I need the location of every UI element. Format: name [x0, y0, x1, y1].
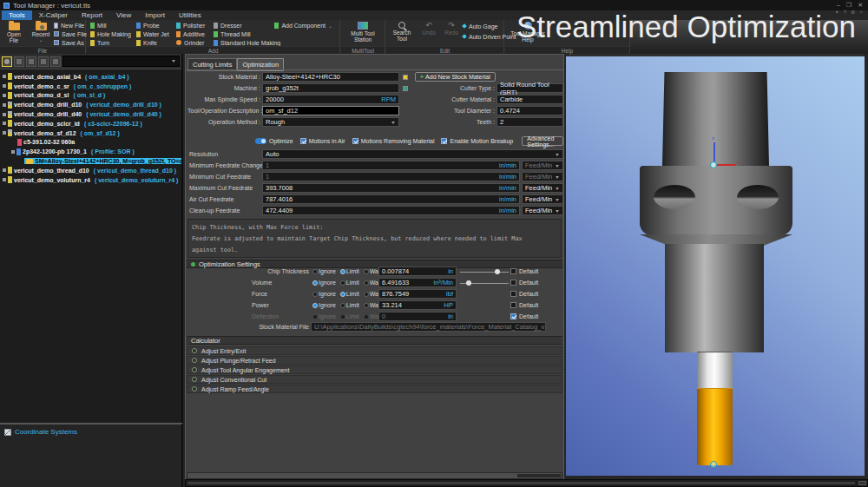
feedrate-mode-select[interactable]: Feed/Min	[522, 194, 563, 204]
undo-button[interactable]: ↶ Undo	[418, 21, 440, 36]
default-checkbox[interactable]: Default	[510, 313, 538, 319]
help-icon[interactable]: ?	[844, 10, 846, 16]
feedrate-mode-select[interactable]: Feed/Min	[522, 183, 563, 193]
adjust-plunge-retract-feed-row[interactable]: Adjust Plunge/Retract Feed	[187, 356, 562, 365]
ignore-radio[interactable]: Ignore	[312, 291, 336, 297]
coordinate-systems-item[interactable]: Coordinate Systems	[0, 424, 181, 439]
additive-button[interactable]: Additive	[176, 30, 214, 37]
multi-tool-station-button[interactable]: Multi Tool Station	[345, 20, 380, 43]
pin-icon[interactable]: ✦	[835, 10, 839, 16]
tree-item[interactable]: vericut_demo_d_sl( om_sl_d )	[0, 91, 181, 101]
collapse-ribbon-icon[interactable]: ˄	[859, 10, 863, 16]
tool-3d-viewport[interactable]: z x	[566, 54, 865, 476]
slider-knob[interactable]	[466, 280, 471, 286]
expand-icon[interactable]	[3, 113, 6, 116]
default-checkbox[interactable]: Default	[510, 280, 538, 286]
ignore-radio[interactable]: Ignore	[312, 313, 336, 319]
motions-in-air-checkbox[interactable]: Motions in Air	[300, 138, 345, 144]
recent-button[interactable]: Recent ⌄	[29, 21, 53, 43]
adjust-ramp-feed-angle-row[interactable]: Adjust Ramp Feed/Angle	[187, 385, 562, 393]
chip-thickness-field[interactable]: 0.007874in	[378, 267, 457, 276]
menu-tools[interactable]: Tools	[2, 10, 32, 20]
expand-icon[interactable]	[3, 94, 6, 97]
close-icon[interactable]: ✕	[858, 2, 863, 9]
new-file-button[interactable]: New File	[54, 22, 87, 29]
minimum-feedrate-change-field[interactable]: 1in/min	[262, 161, 520, 170]
default-checkbox[interactable]: Default	[510, 291, 538, 297]
advanced-settings-button[interactable]: Advanced Settings...	[522, 136, 563, 146]
tree-item[interactable]: vericut_demo_drill_d10( vericut_demo_dri…	[0, 100, 181, 109]
chip-thickness-slider[interactable]	[460, 272, 509, 273]
maximize-icon[interactable]: ❐	[846, 2, 852, 9]
panel-horizontal-scrollbar[interactable]	[187, 472, 562, 479]
tree-view-icon-1[interactable]	[14, 56, 24, 67]
menu-report[interactable]: Report	[75, 10, 109, 20]
tool-diameter-field[interactable]: 0.4724	[496, 106, 563, 115]
water-jet-button[interactable]: Water Jet	[136, 30, 176, 37]
open-file-button[interactable]: Open File	[2, 21, 26, 43]
menu-view[interactable]: View	[109, 10, 138, 20]
air-cut-feedrate-field[interactable]: 787.4016in/min	[262, 194, 520, 204]
tree-item[interactable]: vericut_demo_drill_d40( vericut_demo_dri…	[0, 109, 181, 119]
expand-icon[interactable]	[11, 150, 15, 154]
tree-view-icon-3[interactable]	[38, 56, 49, 67]
limit-radio[interactable]: Limit	[340, 268, 359, 274]
hole-making-button[interactable]: Hole Making	[90, 30, 136, 37]
add-component-button[interactable]: Add Component ⌄	[274, 23, 332, 29]
tree-item[interactable]: c5-391.02-32 060a	[0, 138, 181, 148]
tree-item[interactable]: vericut_demo_c_sr( om_c_schruppen )	[0, 82, 181, 91]
force-field[interactable]: 876.7549lbf	[378, 289, 457, 299]
scrollbar-thumb[interactable]	[517, 474, 561, 477]
window-horizontal-scrollbar[interactable]	[185, 479, 868, 487]
add-new-stock-material-button[interactable]: + Add New Stock Material	[415, 72, 496, 82]
deflection-field[interactable]: 0in	[378, 312, 457, 321]
cutter-type-field[interactable]: Solid Round Tool (SRT)	[496, 83, 563, 93]
feedrate-mode-select[interactable]: Feed/Min	[522, 206, 563, 215]
clean-up-feedrate-field[interactable]: 472.4409in/min	[262, 206, 520, 215]
expand-icon[interactable]	[3, 84, 6, 88]
expand-icon[interactable]	[3, 131, 6, 135]
probe-button[interactable]: Probe	[136, 22, 176, 29]
machine-field[interactable]: grob_g352t	[262, 83, 399, 93]
adjust-conventional-cut-row[interactable]: Adjust Conventional Cut	[187, 375, 562, 384]
enable-motion-breakup-checkbox[interactable]: Enable Motion Breakup	[441, 138, 513, 144]
cutter-material-field[interactable]: Carbide	[496, 95, 563, 104]
turn-button[interactable]: Turn	[90, 39, 136, 46]
max-spindle-speed-field[interactable]: 20000RPM	[262, 95, 399, 104]
feedrate-mode-select[interactable]: Feed/Min	[522, 172, 563, 181]
standard-hole-making-button[interactable]: Standard Hole Making	[214, 39, 280, 46]
maximum-cut-feedrate-field[interactable]: 393.7008in/min	[262, 183, 520, 193]
expand-icon[interactable]	[3, 168, 6, 172]
ignore-radio[interactable]: Ignore	[312, 302, 336, 308]
polisher-button[interactable]: Polisher	[176, 22, 214, 29]
thread-mill-button[interactable]: Thread Mill	[214, 30, 251, 37]
adjust-tool-angular-engagement-row[interactable]: Adjust Tool Angular Engagement	[187, 365, 562, 374]
mill-button[interactable]: Mill	[90, 22, 136, 29]
teeth-field[interactable]: 2	[496, 117, 563, 127]
motions-removing-material-checkbox[interactable]: Motions Removing Material	[352, 138, 435, 144]
operation-method-select[interactable]: Rough	[262, 117, 399, 127]
save-file-button[interactable]: Save File	[54, 30, 87, 37]
tree-search-combobox[interactable]	[62, 56, 180, 67]
save-as-button[interactable]: Save As	[54, 39, 87, 46]
expand-icon[interactable]	[3, 178, 6, 181]
limit-radio[interactable]: Limit	[340, 313, 359, 319]
ignore-radio[interactable]: Ignore	[312, 280, 336, 286]
expand-icon[interactable]	[3, 122, 6, 125]
optimize-toggle[interactable]: Optimize	[255, 138, 293, 144]
minimum-cut-feedrate-field[interactable]: 1in/min	[262, 172, 520, 181]
grinder-button[interactable]: Grinder	[176, 39, 214, 46]
limit-radio[interactable]: Limit	[340, 302, 359, 308]
power-field[interactable]: 33.214HP	[378, 300, 457, 310]
feedrate-mode-select[interactable]: Feed/Min	[522, 161, 563, 170]
tree-view-icon-2[interactable]	[26, 56, 36, 67]
tree-item-selected[interactable]: SM=Alloy-Steel+4142+HRC30, M=grob_g352t,…	[0, 156, 181, 166]
stock-material-field[interactable]: Alloy-Steel+4142+HRC30	[262, 72, 399, 82]
tool-operation-description-field[interactable]: om_sf_d12	[262, 106, 399, 115]
limit-radio[interactable]: Limit	[340, 291, 359, 297]
default-checkbox[interactable]: Default	[510, 302, 538, 308]
volume-slider[interactable]	[460, 283, 509, 284]
scrollbar-track[interactable]	[187, 482, 855, 484]
menu-import[interactable]: Import	[138, 10, 172, 20]
slider-knob[interactable]	[495, 269, 500, 274]
